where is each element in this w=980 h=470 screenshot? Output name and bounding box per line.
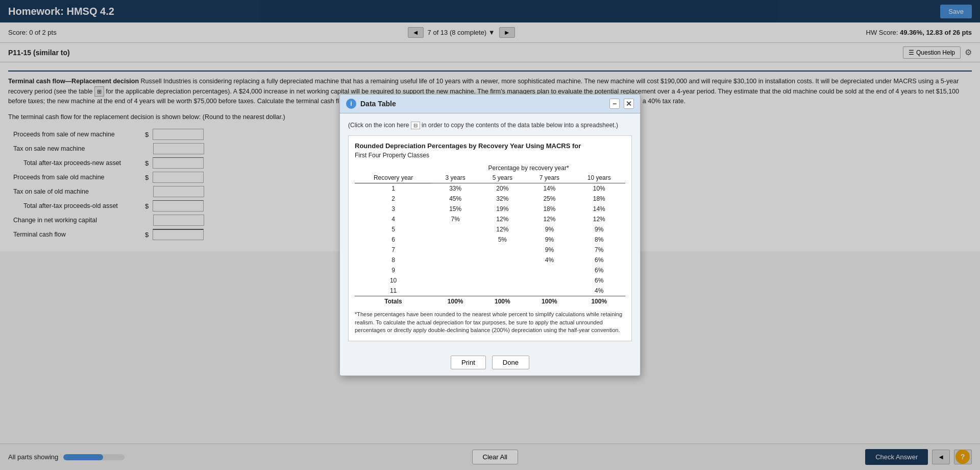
spreadsheet-copy-icon[interactable]: ⊟ bbox=[411, 122, 420, 129]
pct-header: Percentage by recovery year* bbox=[432, 163, 625, 173]
cell-7yr: 9% bbox=[526, 224, 573, 234]
cell-year: 3 bbox=[355, 204, 432, 214]
table-row: 4 7% 12% 12% 12% bbox=[355, 214, 625, 224]
cell-year: 5 bbox=[355, 224, 432, 234]
cell-5yr: 32% bbox=[479, 194, 526, 204]
cell-10yr: 12% bbox=[573, 214, 626, 224]
table-row: 6 5% 9% 8% bbox=[355, 234, 625, 245]
data-table-section: Rounded Depreciation Percentages by Reco… bbox=[348, 135, 632, 251]
cell-7yr: 12% bbox=[526, 214, 573, 224]
col-7yr: 7 years bbox=[526, 173, 573, 183]
modal-copy-instruction: (Click on the icon here ⊟ in order to co… bbox=[348, 122, 632, 129]
modal-header: i Data Table − ✕ bbox=[340, 95, 640, 113]
modal-body: (Click on the icon here ⊟ in order to co… bbox=[340, 113, 640, 251]
cell-5yr: 5% bbox=[479, 234, 526, 245]
col-10yr: 10 years bbox=[573, 173, 626, 183]
cell-7yr: 9% bbox=[526, 245, 573, 251]
macrs-table: Percentage by recovery year* Recovery ye… bbox=[355, 163, 625, 251]
cell-7yr: 14% bbox=[526, 183, 573, 194]
cell-5yr: 12% bbox=[479, 224, 526, 234]
cell-year: 6 bbox=[355, 234, 432, 245]
col-3yr: 3 years bbox=[432, 173, 479, 183]
cell-year: 7 bbox=[355, 245, 432, 251]
modal-title: Data Table bbox=[360, 100, 396, 108]
info-icon: i bbox=[346, 99, 356, 109]
cell-10yr: 7% bbox=[573, 245, 626, 251]
modal-controls: − ✕ bbox=[609, 99, 634, 109]
cell-year: 1 bbox=[355, 183, 432, 194]
cell-7yr: 18% bbox=[526, 204, 573, 214]
cell-10yr: 9% bbox=[573, 224, 626, 234]
modal-minimize-button[interactable]: − bbox=[609, 99, 620, 109]
col-recovery-year-header: Recovery year bbox=[355, 173, 432, 183]
modal-title-row: i Data Table bbox=[346, 99, 396, 109]
cell-10yr: 14% bbox=[573, 204, 626, 214]
cell-7yr: 9% bbox=[526, 234, 573, 245]
table-row: 2 45% 32% 25% 18% bbox=[355, 194, 625, 204]
col-5yr: 5 years bbox=[479, 173, 526, 183]
col-recovery-year bbox=[355, 163, 432, 173]
cell-3yr: 7% bbox=[432, 214, 479, 224]
table-row: 3 15% 19% 18% 14% bbox=[355, 204, 625, 214]
cell-3yr bbox=[432, 224, 479, 234]
modal-overlay: i Data Table − ✕ (Click on the icon here… bbox=[0, 0, 980, 251]
table-subtitle: First Four Property Classes bbox=[355, 152, 625, 159]
cell-3yr bbox=[432, 234, 479, 245]
cell-5yr: 12% bbox=[479, 214, 526, 224]
cell-10yr: 10% bbox=[573, 183, 626, 194]
table-row: 1 33% 20% 14% 10% bbox=[355, 183, 625, 194]
cell-5yr: 20% bbox=[479, 183, 526, 194]
table-row: 5 12% 9% 9% bbox=[355, 224, 625, 234]
macrs-table-body: 1 33% 20% 14% 10% 2 45% 32% 25% 18% 3 15… bbox=[355, 183, 625, 251]
cell-3yr: 15% bbox=[432, 204, 479, 214]
modal-close-button[interactable]: ✕ bbox=[624, 99, 634, 109]
cell-7yr: 25% bbox=[526, 194, 573, 204]
table-title: Rounded Depreciation Percentages by Reco… bbox=[355, 142, 625, 150]
cell-10yr: 18% bbox=[573, 194, 626, 204]
data-table-modal: i Data Table − ✕ (Click on the icon here… bbox=[339, 94, 641, 251]
cell-3yr: 33% bbox=[432, 183, 479, 194]
cell-5yr bbox=[479, 245, 526, 251]
cell-3yr: 45% bbox=[432, 194, 479, 204]
cell-year: 2 bbox=[355, 194, 432, 204]
cell-3yr bbox=[432, 245, 479, 251]
cell-10yr: 8% bbox=[573, 234, 626, 245]
cell-5yr: 19% bbox=[479, 204, 526, 214]
table-row: 7 9% 7% bbox=[355, 245, 625, 251]
cell-year: 4 bbox=[355, 214, 432, 224]
